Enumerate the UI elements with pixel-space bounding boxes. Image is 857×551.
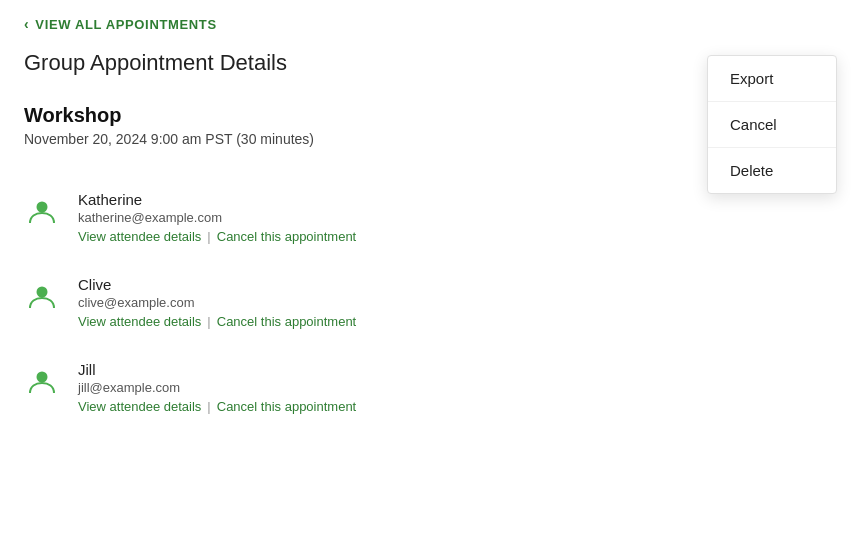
chevron-left-icon: ‹ <box>24 16 29 32</box>
svg-point-1 <box>37 287 48 298</box>
attendee-avatar <box>24 193 60 229</box>
attendee-info: Jill jill@example.com View attendee deta… <box>78 361 356 414</box>
attendee-email: clive@example.com <box>78 295 356 310</box>
cancel-appointment-link[interactable]: Cancel this appointment <box>217 314 356 329</box>
action-separator: | <box>207 229 210 244</box>
person-icon <box>27 281 57 311</box>
back-link-label: VIEW ALL APPOINTMENTS <box>35 17 216 32</box>
attendee-actions: View attendee details | Cancel this appo… <box>78 314 356 329</box>
attendee-email: katherine@example.com <box>78 210 356 225</box>
attendee-list: Katherine katherine@example.com View att… <box>24 175 833 430</box>
attendee-info: Katherine katherine@example.com View att… <box>78 191 356 244</box>
back-link[interactable]: ‹ VIEW ALL APPOINTMENTS <box>24 16 833 32</box>
attendee-actions: View attendee details | Cancel this appo… <box>78 229 356 244</box>
attendee-info: Clive clive@example.com View attendee de… <box>78 276 356 329</box>
cancel-appointment-link[interactable]: Cancel this appointment <box>217 399 356 414</box>
dropdown-menu: ExportCancelDelete <box>707 55 837 194</box>
action-separator: | <box>207 314 210 329</box>
attendee-avatar <box>24 363 60 399</box>
attendee-email: jill@example.com <box>78 380 356 395</box>
cancel-appointment-link[interactable]: Cancel this appointment <box>217 229 356 244</box>
svg-point-2 <box>37 372 48 383</box>
attendee-actions: View attendee details | Cancel this appo… <box>78 399 356 414</box>
attendee-avatar <box>24 278 60 314</box>
dropdown-item-export[interactable]: Export <box>708 56 836 102</box>
view-attendee-link[interactable]: View attendee details <box>78 399 201 414</box>
attendee-name: Clive <box>78 276 356 293</box>
svg-point-0 <box>37 202 48 213</box>
attendee-name: Katherine <box>78 191 356 208</box>
dropdown-item-cancel[interactable]: Cancel <box>708 102 836 148</box>
attendee-name: Jill <box>78 361 356 378</box>
attendee-item: Clive clive@example.com View attendee de… <box>24 260 833 345</box>
view-attendee-link[interactable]: View attendee details <box>78 229 201 244</box>
person-icon <box>27 196 57 226</box>
view-attendee-link[interactable]: View attendee details <box>78 314 201 329</box>
person-icon <box>27 366 57 396</box>
attendee-item: Jill jill@example.com View attendee deta… <box>24 345 833 430</box>
action-separator: | <box>207 399 210 414</box>
dropdown-item-delete[interactable]: Delete <box>708 148 836 193</box>
